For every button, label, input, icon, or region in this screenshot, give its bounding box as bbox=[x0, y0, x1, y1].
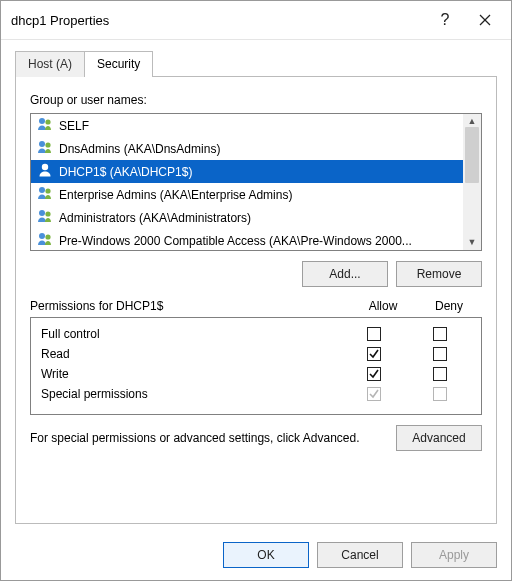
group-icon bbox=[37, 116, 53, 135]
checkbox[interactable] bbox=[367, 347, 381, 361]
allow-cell bbox=[341, 367, 407, 381]
permission-row: Special permissions bbox=[39, 384, 473, 404]
checkbox[interactable] bbox=[367, 367, 381, 381]
list-item[interactable]: Pre-Windows 2000 Compatible Access (AKA\… bbox=[31, 229, 463, 250]
list-item-label: SELF bbox=[59, 119, 89, 133]
permission-row: Write bbox=[39, 364, 473, 384]
deny-cell bbox=[407, 367, 473, 381]
help-icon: ? bbox=[441, 11, 450, 29]
scroll-down-icon: ▼ bbox=[468, 238, 477, 247]
allow-cell bbox=[341, 387, 407, 401]
dialog-button-row: OK Cancel Apply bbox=[1, 532, 511, 580]
deny-cell bbox=[407, 387, 473, 401]
allow-cell bbox=[341, 347, 407, 361]
group-icon bbox=[37, 231, 53, 250]
svg-point-5 bbox=[45, 142, 50, 147]
list-item[interactable]: Enterprise Admins (AKA\Enterprise Admins… bbox=[31, 183, 463, 206]
tab-strip: Host (A) Security bbox=[15, 50, 497, 76]
permission-row: Full control bbox=[39, 324, 473, 344]
allow-column-header: Allow bbox=[350, 299, 416, 313]
user-icon bbox=[37, 162, 53, 181]
titlebar: dhcp1 Properties ? bbox=[1, 1, 511, 39]
list-item-label: DnsAdmins (AKA\DnsAdmins) bbox=[59, 142, 220, 156]
properties-window: dhcp1 Properties ? Host (A) Security Gro… bbox=[0, 0, 512, 581]
apply-button[interactable]: Apply bbox=[411, 542, 497, 568]
deny-column-header: Deny bbox=[416, 299, 482, 313]
svg-point-3 bbox=[45, 119, 50, 124]
group-icon bbox=[37, 139, 53, 158]
list-item[interactable]: DnsAdmins (AKA\DnsAdmins) bbox=[31, 137, 463, 160]
checkbox bbox=[367, 387, 381, 401]
deny-cell bbox=[407, 347, 473, 361]
svg-point-9 bbox=[39, 210, 45, 216]
client-area: Host (A) Security Group or user names: S… bbox=[1, 40, 511, 532]
permission-label: Read bbox=[39, 347, 341, 361]
tab-label: Host (A) bbox=[28, 57, 72, 71]
checkbox bbox=[433, 387, 447, 401]
svg-point-11 bbox=[39, 233, 45, 239]
allow-cell bbox=[341, 327, 407, 341]
advanced-button[interactable]: Advanced bbox=[396, 425, 482, 451]
principals-list-inner: SELF DnsAdmins (AKA\DnsAdmins) DHCP1$ (A… bbox=[31, 114, 463, 250]
window-title: dhcp1 Properties bbox=[11, 13, 425, 28]
list-item[interactable]: DHCP1$ (AKA\DHCP1$) bbox=[31, 160, 463, 183]
scroll-up-icon: ▲ bbox=[468, 117, 477, 126]
svg-point-8 bbox=[45, 188, 50, 193]
list-item-label: DHCP1$ (AKA\DHCP1$) bbox=[59, 165, 192, 179]
permission-label: Special permissions bbox=[39, 387, 341, 401]
listbox-scrollbar[interactable]: ▲ ▼ bbox=[463, 114, 481, 250]
permission-row: Read bbox=[39, 344, 473, 364]
help-button[interactable]: ? bbox=[425, 7, 465, 33]
principal-button-row: Add... Remove bbox=[30, 261, 482, 287]
tab-label: Security bbox=[97, 57, 140, 71]
add-button[interactable]: Add... bbox=[302, 261, 388, 287]
advanced-row: For special permissions or advanced sett… bbox=[30, 425, 482, 451]
scroll-thumb[interactable] bbox=[465, 127, 479, 183]
tab-host-a[interactable]: Host (A) bbox=[15, 51, 85, 77]
permissions-for-label: Permissions for DHCP1$ bbox=[30, 299, 350, 313]
remove-button[interactable]: Remove bbox=[396, 261, 482, 287]
svg-point-10 bbox=[45, 211, 50, 216]
svg-point-6 bbox=[42, 164, 48, 170]
checkbox[interactable] bbox=[367, 327, 381, 341]
permissions-header: Permissions for DHCP1$ Allow Deny bbox=[30, 299, 482, 313]
permission-label: Full control bbox=[39, 327, 341, 341]
list-item[interactable]: SELF bbox=[31, 114, 463, 137]
checkbox[interactable] bbox=[433, 347, 447, 361]
close-icon bbox=[479, 14, 491, 26]
list-item[interactable]: Administrators (AKA\Administrators) bbox=[31, 206, 463, 229]
list-item-label: Pre-Windows 2000 Compatible Access (AKA\… bbox=[59, 234, 412, 248]
svg-point-12 bbox=[45, 234, 50, 239]
advanced-text: For special permissions or advanced sett… bbox=[30, 430, 388, 446]
svg-point-2 bbox=[39, 118, 45, 124]
checkbox[interactable] bbox=[433, 327, 447, 341]
list-item-label: Administrators (AKA\Administrators) bbox=[59, 211, 251, 225]
tab-page-security: Group or user names: SELF DnsAdmins (AKA… bbox=[15, 76, 497, 524]
close-button[interactable] bbox=[465, 7, 505, 33]
ok-button[interactable]: OK bbox=[223, 542, 309, 568]
svg-point-7 bbox=[39, 187, 45, 193]
tab-security[interactable]: Security bbox=[84, 51, 153, 77]
list-item-label: Enterprise Admins (AKA\Enterprise Admins… bbox=[59, 188, 292, 202]
principals-listbox[interactable]: SELF DnsAdmins (AKA\DnsAdmins) DHCP1$ (A… bbox=[30, 113, 482, 251]
group-icon bbox=[37, 208, 53, 227]
permissions-box: Full controlReadWriteSpecial permissions bbox=[30, 317, 482, 415]
group-icon bbox=[37, 185, 53, 204]
svg-point-4 bbox=[39, 141, 45, 147]
permission-label: Write bbox=[39, 367, 341, 381]
checkbox[interactable] bbox=[433, 367, 447, 381]
deny-cell bbox=[407, 327, 473, 341]
cancel-button[interactable]: Cancel bbox=[317, 542, 403, 568]
group-label: Group or user names: bbox=[30, 93, 482, 107]
